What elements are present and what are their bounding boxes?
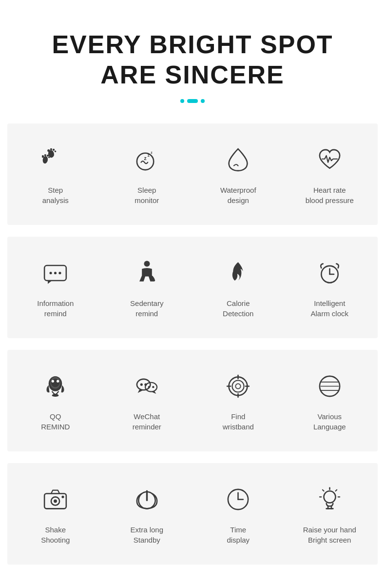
svg-point-25 xyxy=(51,379,59,387)
waterproof-label: Waterproofdesign xyxy=(220,185,256,205)
svg-point-37 xyxy=(232,381,244,392)
message-icon xyxy=(38,256,73,290)
dot-3 xyxy=(201,99,205,103)
feature-qq-remind: QQREMIND xyxy=(12,365,99,437)
svg-text:z: z xyxy=(151,151,153,154)
svg-line-64 xyxy=(335,490,337,491)
svg-point-38 xyxy=(236,384,241,389)
svg-point-7 xyxy=(44,154,46,156)
heartrate-icon xyxy=(312,143,346,177)
svg-point-33 xyxy=(145,383,157,392)
svg-point-50 xyxy=(62,496,64,498)
feature-alarm-clock: IntelligentAlarm clock xyxy=(287,251,373,324)
svg-point-29 xyxy=(57,380,59,383)
feature-waterproof: Waterproofdesign xyxy=(195,138,282,210)
calorie-detection-label: CalorieDetection xyxy=(223,298,253,319)
svg-point-34 xyxy=(148,386,150,388)
feature-wechat-reminder: WeChatreminder xyxy=(104,365,191,437)
extra-long-standby-label: Extra longStandby xyxy=(130,525,163,545)
svg-point-5 xyxy=(55,151,56,152)
decorative-dots xyxy=(52,99,333,103)
sedentary-remind-label: Sedentaryremind xyxy=(130,298,163,319)
svg-point-4 xyxy=(53,149,55,151)
camera-icon xyxy=(38,483,73,517)
clock-icon xyxy=(221,483,255,517)
svg-point-9 xyxy=(48,157,50,158)
feature-step-analysis: Stepanalysis xyxy=(12,138,99,210)
dot-2 xyxy=(187,99,198,103)
feature-section-row2: Informationremind Sedentaryremind Calori… xyxy=(7,237,378,338)
footprints-icon xyxy=(38,143,73,177)
svg-point-16 xyxy=(54,272,57,274)
svg-point-18 xyxy=(144,261,150,267)
information-remind-label: Informationremind xyxy=(37,298,74,319)
power-icon xyxy=(130,483,164,517)
feature-calorie-detection: CalorieDetection xyxy=(195,251,282,324)
svg-text:z: z xyxy=(144,156,146,161)
feature-sleep-monitor: z z z Sleepmonitor xyxy=(104,138,191,210)
raise-hand-label: Raise your handBright screen xyxy=(303,525,356,545)
svg-rect-27 xyxy=(53,394,58,396)
feature-sedentary-remind: Sedentaryremind xyxy=(104,251,191,324)
feature-section-row3: QQREMIND WeChatreminder xyxy=(7,350,378,451)
feature-shake-shooting: ShakeShooting xyxy=(12,478,99,550)
time-display-label: Timedisplay xyxy=(227,525,250,545)
feature-various-language: VariousLanguage xyxy=(287,365,373,437)
svg-text:z: z xyxy=(148,153,150,158)
feature-section-row4: ShakeShooting Extra longStandby Timedisp… xyxy=(7,463,378,565)
wechat-icon xyxy=(130,369,164,404)
svg-point-35 xyxy=(152,386,154,388)
sleep-icon: z z z xyxy=(130,143,164,177)
svg-point-3 xyxy=(50,148,52,150)
feature-information-remind: Informationremind xyxy=(12,251,99,324)
find-wristband-label: Findwristband xyxy=(223,411,254,432)
feature-raise-hand: Raise your handBright screen xyxy=(287,478,373,550)
page-title: EVERY BRIGHT SPOT ARE SINCERE xyxy=(52,29,333,90)
alarm-icon xyxy=(312,256,346,290)
wechat-reminder-label: WeChatreminder xyxy=(133,411,161,432)
svg-point-8 xyxy=(47,155,49,157)
svg-point-30 xyxy=(137,379,151,390)
alarm-clock-label: IntelligentAlarm clock xyxy=(310,298,348,319)
svg-point-49 xyxy=(54,500,57,503)
qq-remind-label: QQREMIND xyxy=(41,411,70,432)
svg-point-36 xyxy=(229,377,248,396)
page-header: EVERY BRIGHT SPOT ARE SINCERE xyxy=(42,0,343,118)
sleep-monitor-label: Sleepmonitor xyxy=(135,185,159,205)
step-analysis-label: Stepanalysis xyxy=(42,185,69,205)
svg-point-31 xyxy=(140,384,143,386)
feature-heart-rate: Heart rateblood pressure xyxy=(287,138,373,210)
qq-icon xyxy=(38,369,73,404)
feature-time-display: Timedisplay xyxy=(195,478,282,550)
feature-find-wristband: Findwristband xyxy=(195,365,282,437)
feature-section-row1: Stepanalysis z z z Sleepmonitor Waterpro… xyxy=(7,123,378,225)
sedentary-icon xyxy=(130,256,164,290)
svg-point-2 xyxy=(47,149,50,152)
svg-line-63 xyxy=(323,490,324,491)
svg-point-28 xyxy=(52,380,54,383)
language-icon xyxy=(312,369,346,404)
heart-rate-label: Heart rateblood pressure xyxy=(306,185,354,205)
dot-1 xyxy=(180,99,184,103)
bulb-icon xyxy=(312,483,346,517)
flame-icon xyxy=(221,256,255,290)
various-language-label: VariousLanguage xyxy=(313,411,346,432)
svg-point-17 xyxy=(59,272,61,274)
shake-shooting-label: ShakeShooting xyxy=(41,525,70,545)
water-icon xyxy=(221,143,255,177)
find-icon xyxy=(221,369,255,404)
feature-extra-long-standby: Extra longStandby xyxy=(104,478,191,550)
svg-point-56 xyxy=(324,491,335,503)
svg-point-15 xyxy=(50,272,52,274)
